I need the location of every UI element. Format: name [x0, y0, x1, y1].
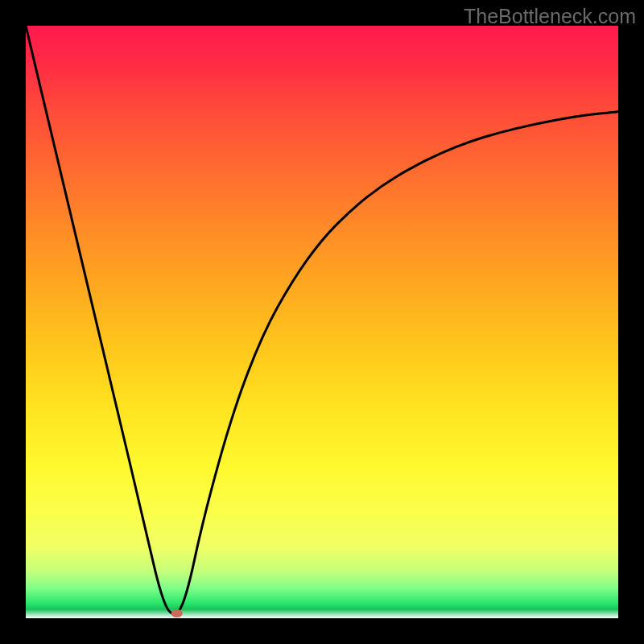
chart-svg	[26, 26, 618, 618]
watermark-text: TheBottleneck.com	[464, 5, 636, 28]
plot-area	[26, 26, 618, 618]
chart-frame: TheBottleneck.com	[0, 0, 644, 644]
bottleneck-curve	[26, 26, 618, 614]
minimum-marker-icon	[171, 609, 183, 617]
curve-path	[26, 26, 618, 614]
